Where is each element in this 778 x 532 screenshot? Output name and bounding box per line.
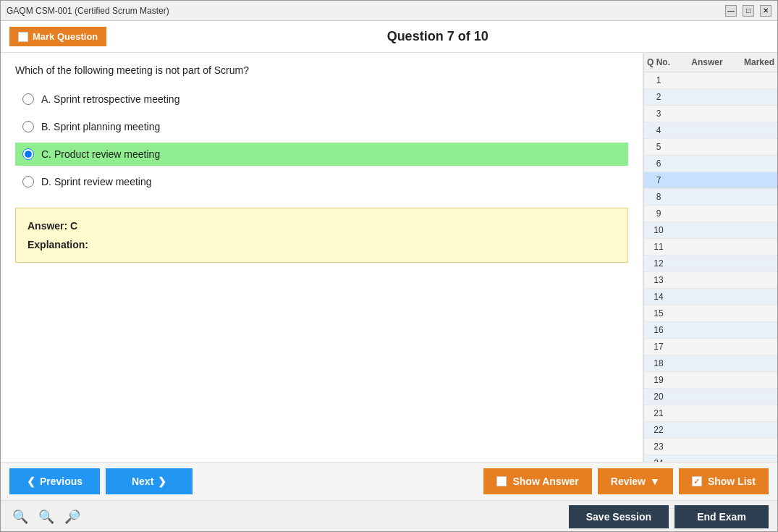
sidebar-row-marked	[741, 161, 777, 166]
sidebar-row[interactable]: 5	[644, 139, 777, 156]
question-text: Which of the following meeting is not pa…	[15, 64, 628, 76]
zoom-in-button[interactable]: 🔍	[9, 507, 31, 526]
sidebar-col-answer: Answer	[673, 53, 741, 72]
mark-question-label: Mark Question	[33, 31, 98, 42]
show-list-label: Show List	[708, 476, 756, 487]
sidebar-row-number: 16	[644, 322, 673, 338]
sidebar-row[interactable]: 2	[644, 89, 777, 106]
sidebar-row-marked	[741, 177, 777, 183]
radio-b[interactable]	[22, 121, 34, 132]
zoom-controls: 🔍 🔍 🔎	[9, 507, 83, 526]
radio-a[interactable]	[22, 93, 34, 105]
option-b[interactable]: B. Sprint planning meeting	[15, 115, 628, 138]
previous-button[interactable]: ❮ Previous	[9, 468, 100, 494]
minimize-button[interactable]: —	[725, 5, 737, 17]
save-session-button[interactable]: Save Session	[569, 505, 669, 528]
question-panel: Which of the following meeting is not pa…	[1, 53, 643, 462]
option-label-c: C. Product review meeting	[41, 148, 160, 160]
option-label-d: D. Sprint review meeting	[41, 176, 152, 187]
sidebar-row[interactable]: 23	[644, 439, 777, 455]
review-label: Review	[611, 476, 646, 487]
sidebar-row-answer	[673, 227, 741, 233]
radio-c[interactable]	[22, 148, 34, 160]
answer-box: Answer: C Explanation:	[15, 208, 628, 263]
sidebar-row[interactable]: 14	[644, 289, 777, 305]
sidebar-row-number: 23	[644, 439, 673, 455]
option-d[interactable]: D. Sprint review meeting	[15, 170, 628, 193]
window-controls: — □ ✕	[725, 5, 771, 17]
show-answer-button[interactable]: Show Answer	[483, 468, 591, 494]
sidebar-row-number: 17	[644, 339, 673, 355]
option-label-b: B. Sprint planning meeting	[41, 121, 160, 132]
sidebar-row-number: 7	[644, 172, 673, 188]
session-buttons: Save Session End Exam	[569, 505, 769, 528]
sidebar-row[interactable]: 11	[644, 239, 777, 256]
show-list-button[interactable]: ✓ Show List	[679, 468, 769, 494]
sidebar-row-marked	[741, 261, 777, 266]
sidebar-row[interactable]: 15	[644, 305, 777, 322]
sidebar-row-number: 24	[644, 455, 673, 462]
option-c[interactable]: C. Product review meeting	[15, 143, 628, 166]
option-label-a: A. Sprint retrospective meeting	[41, 93, 179, 105]
end-exam-button[interactable]: End Exam	[675, 505, 769, 528]
sidebar-row[interactable]: 20	[644, 389, 777, 405]
maximize-button[interactable]: □	[743, 5, 754, 17]
sidebar-row-answer	[673, 144, 741, 150]
sidebar-row-number: 2	[644, 89, 673, 105]
review-button[interactable]: Review ▼	[598, 468, 673, 494]
sidebar-row-number: 12	[644, 256, 673, 271]
sidebar-row-answer	[673, 311, 741, 316]
sidebar-row[interactable]: 12	[644, 256, 777, 272]
sidebar-row-marked	[741, 94, 777, 100]
radio-d[interactable]	[22, 176, 34, 187]
zoom-out-button[interactable]: 🔎	[62, 507, 83, 526]
sidebar-row-marked	[741, 127, 777, 133]
sidebar-row-marked	[741, 377, 777, 383]
sidebar-row[interactable]: 24	[644, 455, 777, 462]
sidebar-row-number: 6	[644, 156, 673, 172]
sidebar-row-answer	[673, 394, 741, 400]
sidebar-row[interactable]: 17	[644, 339, 777, 355]
sidebar-row[interactable]: 1	[644, 72, 777, 89]
sidebar-row-number: 19	[644, 372, 673, 388]
close-button[interactable]: ✕	[760, 5, 771, 17]
sidebar-row[interactable]: 10	[644, 222, 777, 239]
sidebar-row-answer	[673, 327, 741, 333]
header: Mark Question Question 7 of 10	[1, 21, 777, 53]
sidebar-row[interactable]: 13	[644, 272, 777, 289]
show-answer-checkbox-icon	[496, 476, 507, 486]
title-bar: GAQM CSM-001 (Certified Scrum Master) — …	[1, 1, 777, 21]
sidebar-row-marked	[741, 444, 777, 449]
sidebar-rows: 1234567891011121314151617181920212223242…	[644, 72, 777, 462]
sidebar-row[interactable]: 22	[644, 422, 777, 439]
sidebar-row[interactable]: 9	[644, 206, 777, 222]
sidebar-row[interactable]: 19	[644, 372, 777, 389]
sidebar-row-marked	[741, 194, 777, 200]
show-answer-label: Show Answer	[512, 476, 578, 487]
sidebar-row[interactable]: 6	[644, 156, 777, 172]
sidebar-row-number: 5	[644, 139, 673, 155]
sidebar-row-marked	[741, 244, 777, 250]
sidebar-row-number: 9	[644, 206, 673, 221]
sidebar: Q No. Answer Marked 12345678910111213141…	[643, 53, 777, 462]
option-a[interactable]: A. Sprint retrospective meeting	[15, 88, 628, 111]
sidebar-row-marked	[741, 311, 777, 316]
sidebar-row[interactable]: 21	[644, 405, 777, 422]
sidebar-row[interactable]: 8	[644, 189, 777, 206]
sidebar-row-answer	[673, 161, 741, 166]
zoom-fit-button[interactable]: 🔍	[35, 507, 57, 526]
sidebar-row[interactable]: 3	[644, 106, 777, 122]
sidebar-row-answer	[673, 111, 741, 117]
main-container: Mark Question Question 7 of 10 Which of …	[1, 21, 777, 532]
sidebar-row-number: 10	[644, 222, 673, 238]
sidebar-row[interactable]: 18	[644, 355, 777, 372]
sidebar-row-answer	[673, 410, 741, 416]
sidebar-row[interactable]: 16	[644, 322, 777, 339]
mark-checkbox-icon	[18, 32, 28, 42]
sidebar-row[interactable]: 7	[644, 172, 777, 189]
next-button[interactable]: Next ❯	[106, 468, 193, 494]
mark-question-button[interactable]: Mark Question	[9, 27, 106, 46]
sidebar-row-number: 15	[644, 305, 673, 321]
sidebar-row[interactable]: 4	[644, 122, 777, 139]
sidebar-row-answer	[673, 194, 741, 200]
